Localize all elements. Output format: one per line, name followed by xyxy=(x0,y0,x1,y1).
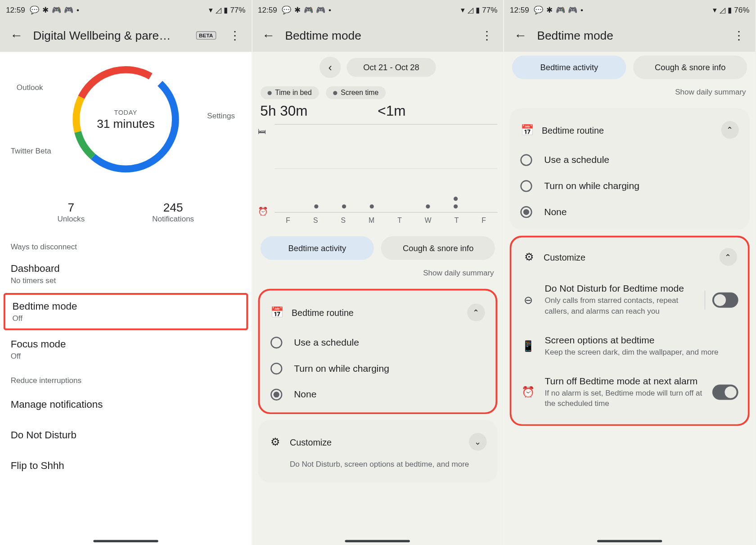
routine-header[interactable]: 📅 Bedtime routine ⌃ xyxy=(260,295,496,329)
show-daily-summary-link[interactable]: Show daily summary xyxy=(510,81,749,102)
status-notif-icons: 💬 ✱ 🎮 🎮 • xyxy=(534,5,583,14)
flip-title: Flip to Shhh xyxy=(11,460,241,472)
battery-pct: 76% xyxy=(734,5,749,14)
status-time: 12:59 xyxy=(6,5,25,14)
dnd-title: Do Not Disturb for Bedtime mode xyxy=(545,284,695,294)
day-w: W xyxy=(425,216,432,224)
radio-icon xyxy=(270,363,282,374)
chart-xlabels: F S S M T W T F xyxy=(274,213,498,228)
stat-unlocks[interactable]: 7 Unlocks xyxy=(57,201,85,223)
overflow-menu-button[interactable]: ⋮ xyxy=(223,24,247,48)
more-icon: • xyxy=(328,5,331,14)
legend-st-label: Screen time xyxy=(341,89,378,97)
status-notif-icons: 💬 ✱ 🎮 🎮 • xyxy=(282,5,331,14)
battery-pct: 77% xyxy=(482,5,497,14)
radio-use-schedule[interactable]: Use a schedule xyxy=(260,329,496,356)
page-title: Digital Wellbeing & pare… xyxy=(33,29,192,42)
status-bar: 12:59 💬 ✱ 🎮 🎮 • ▾ ◿ ▮ 76% xyxy=(504,0,756,19)
legend: Time in bed Screen time xyxy=(260,86,495,99)
day-t2: T xyxy=(454,216,459,224)
row-screen-options[interactable]: 📱 Screen options at bedtime Keep the scr… xyxy=(512,325,748,366)
customize-title: Customize xyxy=(290,437,461,447)
usage-donut-chart[interactable]: TODAY 31 minutes Outlook Settings Twitte… xyxy=(0,54,252,185)
collapse-icon[interactable]: ⌃ xyxy=(468,304,485,321)
row-flip-to-shhh[interactable]: Flip to Shhh xyxy=(0,450,252,481)
status-right: ▾ ◿ ▮ 77% xyxy=(461,5,497,14)
bedtime-chart[interactable]: 🛏 ⏰ F S S M xyxy=(258,124,497,228)
donut-minutes: 31 minutes xyxy=(97,117,154,130)
gesture-bar[interactable] xyxy=(93,540,158,542)
donut-label-twitter: Twitter Beta xyxy=(11,147,51,156)
alarm-icon: ⏰ xyxy=(521,386,536,399)
row-dnd-bedtime[interactable]: ⊖ Do Not Disturb for Bedtime mode Only c… xyxy=(512,274,748,325)
status-right: ▾ ◿ ▮ 77% xyxy=(209,5,245,14)
stat-notifications[interactable]: 245 Notifications xyxy=(152,201,194,223)
customize-header[interactable]: ⚙ Customize ⌃ xyxy=(512,240,748,274)
back-button[interactable]: ← xyxy=(256,24,280,48)
back-button[interactable]: ← xyxy=(508,24,532,48)
day-f2: F xyxy=(482,216,486,224)
discord-icon: 🎮 xyxy=(556,5,565,14)
radio-label: Turn on while charging xyxy=(294,363,389,374)
collapse-icon[interactable]: ⌃ xyxy=(721,121,739,139)
overflow-menu-button[interactable]: ⋮ xyxy=(727,24,751,48)
collapse-icon[interactable]: ⌃ xyxy=(720,248,737,266)
customize-header[interactable]: ⚙ Customize ⌄ xyxy=(258,425,497,459)
messenger-icon: 💬 xyxy=(282,5,291,14)
stats-row: 7 Unlocks 245 Notifications xyxy=(24,201,228,223)
status-bar: 12:59 💬 ✱ 🎮 🎮 • ▾ ◿ ▮ 77% xyxy=(252,0,504,19)
radio-icon xyxy=(270,337,282,348)
routine-title: Bedtime routine xyxy=(542,125,713,135)
gesture-bar[interactable] xyxy=(597,540,662,542)
day-t: T xyxy=(397,216,402,224)
row-focus-mode[interactable]: Focus mode Off xyxy=(0,331,252,367)
overflow-menu-button[interactable]: ⋮ xyxy=(475,24,499,48)
show-daily-summary-link[interactable]: Show daily summary xyxy=(258,262,497,283)
radio-use-schedule[interactable]: Use a schedule xyxy=(510,147,749,173)
row-do-not-disturb[interactable]: Do Not Disturb xyxy=(0,420,252,450)
back-button[interactable]: ← xyxy=(5,24,29,48)
tab-cough-snore[interactable]: Cough & snore info xyxy=(633,55,747,79)
alarm-toggle[interactable] xyxy=(712,385,738,400)
radio-none[interactable]: None xyxy=(260,382,496,408)
messenger-icon: 💬 xyxy=(534,5,543,14)
tab-bedtime-activity[interactable]: Bedtime activity xyxy=(260,236,374,260)
row-dashboard[interactable]: Dashboard No timers set xyxy=(0,256,252,292)
radio-while-charging[interactable]: Turn on while charging xyxy=(510,173,749,199)
customize-sub: Do Not Disturb, screen options at bedtim… xyxy=(258,459,497,478)
card-bedtime-routine: 📅 Bedtime routine ⌃ Use a schedule Turn … xyxy=(510,108,749,230)
focus-sub: Off xyxy=(11,351,241,360)
discord-icon-2: 🎮 xyxy=(316,5,325,14)
dnd-toggle[interactable] xyxy=(712,292,738,307)
content: TODAY 31 minutes Outlook Settings Twitte… xyxy=(0,52,252,545)
slack-icon: ✱ xyxy=(546,5,553,14)
radio-icon xyxy=(521,180,532,192)
tab-bedtime-activity[interactable]: Bedtime activity xyxy=(512,55,626,79)
phone-icon: 📱 xyxy=(521,340,536,353)
dnd-title: Do Not Disturb xyxy=(11,429,241,441)
battery-icon: ▮ xyxy=(224,5,228,14)
dashboard-title: Dashboard xyxy=(11,263,241,275)
radio-none[interactable]: None xyxy=(510,199,749,225)
radio-label: Use a schedule xyxy=(544,155,609,166)
dnd-icon: ⊖ xyxy=(521,293,536,306)
date-range[interactable]: Oct 21 - Oct 28 xyxy=(346,58,436,77)
row-manage-notifications[interactable]: Manage notifications xyxy=(0,389,252,420)
card-customize[interactable]: ⚙ Customize ⌄ Do Not Disturb, screen opt… xyxy=(258,420,497,482)
expand-icon[interactable]: ⌄ xyxy=(469,433,487,450)
routine-header[interactable]: 📅 Bedtime routine ⌃ xyxy=(510,113,749,147)
focus-title: Focus mode xyxy=(11,338,241,350)
radio-label: None xyxy=(544,207,567,217)
chart-bars xyxy=(274,124,498,213)
radio-while-charging[interactable]: Turn on while charging xyxy=(260,356,496,382)
day-s: S xyxy=(313,216,318,224)
notif-value: 245 xyxy=(152,201,194,214)
row-bedtime-mode[interactable]: Bedtime mode Off xyxy=(4,293,248,330)
messenger-icon: 💬 xyxy=(30,5,39,14)
tab-cough-snore[interactable]: Cough & snore info xyxy=(381,236,495,260)
discord-icon: 🎮 xyxy=(304,5,313,14)
gesture-bar[interactable] xyxy=(345,540,410,542)
prev-week-button[interactable]: ‹ xyxy=(320,57,341,78)
unlocks-value: 7 xyxy=(57,201,85,214)
row-turn-off-next-alarm[interactable]: ⏰ Turn off Bedtime mode at next alarm If… xyxy=(512,367,748,418)
